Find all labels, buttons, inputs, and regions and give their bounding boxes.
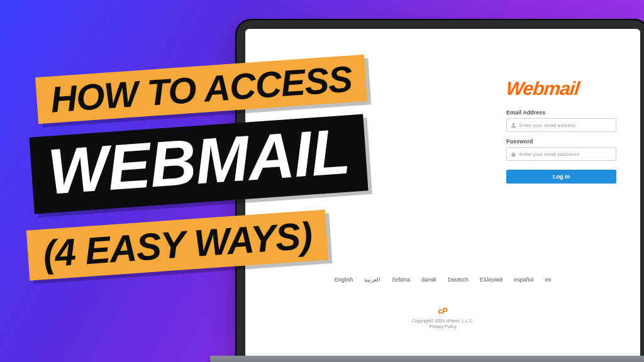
- email-placeholder: Enter your email address.: [519, 123, 577, 128]
- login-panel: Webmail Email Address Enter your email a…: [506, 78, 616, 184]
- thumbnail-stage: Webmail Email Address Enter your email a…: [0, 0, 644, 362]
- copyright-text: Copyright© 2024 cPanel, L.L.C.: [245, 318, 640, 324]
- lang-option[interactable]: Ελληνικά: [480, 277, 502, 283]
- cpanel-icon: cP: [245, 307, 640, 317]
- lang-option[interactable]: Deutsch: [448, 277, 469, 283]
- webmail-logo: Webmail: [505, 78, 618, 99]
- login-button[interactable]: Log in: [506, 170, 616, 184]
- lang-option[interactable]: dansk: [421, 277, 436, 283]
- lang-option[interactable]: العربية: [364, 277, 380, 283]
- lang-option[interactable]: español: [514, 277, 534, 283]
- language-selector: English العربية čeština dansk Deutsch Ελ…: [245, 277, 640, 283]
- laptop-base: [210, 356, 644, 362]
- footer: cP Copyright© 2024 cPanel, L.L.C. Privac…: [245, 307, 640, 329]
- email-field[interactable]: Enter your email address.: [506, 118, 616, 132]
- password-placeholder: Enter your email password.: [519, 151, 580, 157]
- lang-option[interactable]: English: [335, 277, 353, 283]
- email-label: Email Address: [506, 109, 616, 116]
- lang-option[interactable]: čeština: [392, 277, 410, 283]
- privacy-link[interactable]: Privacy Policy: [245, 324, 640, 329]
- lang-option[interactable]: es: [545, 277, 552, 283]
- password-label: Password: [506, 138, 616, 145]
- user-icon: [511, 123, 516, 128]
- lock-icon: [511, 151, 516, 157]
- password-field[interactable]: Enter your email password.: [506, 147, 616, 161]
